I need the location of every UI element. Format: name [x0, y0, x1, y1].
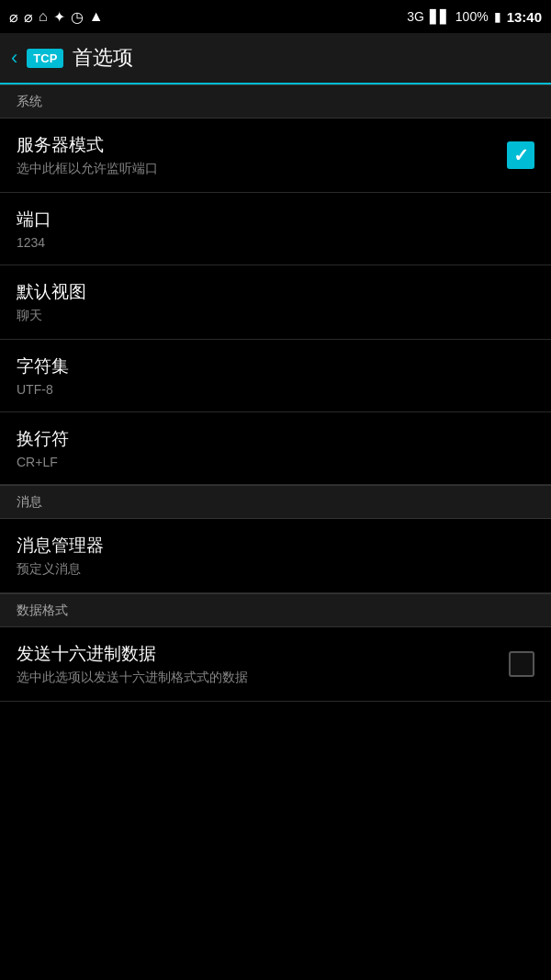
section-header-data-format: 数据格式	[0, 593, 551, 627]
item-text-line-ending: 换行符CR+LF	[17, 427, 534, 469]
section-header-message: 消息	[0, 485, 551, 519]
gamepad-icon: ⌂	[39, 8, 48, 25]
item-text-port: 端口1234	[17, 208, 534, 250]
item-title-message-manager: 消息管理器	[17, 534, 534, 558]
settings-item-port[interactable]: 端口1234	[0, 193, 551, 265]
usb-icon-2: ⌀	[24, 8, 33, 26]
battery-icon: ▮	[494, 9, 501, 24]
status-bar: ⌀ ⌀ ⌂ ✦ ◷ ▲ 3G ▋▋ 100% ▮ 13:40	[0, 0, 551, 33]
item-subtitle-charset: UTF-8	[17, 382, 534, 397]
section-header-system: 系统	[0, 84, 551, 118]
section-label: 消息	[17, 494, 42, 509]
item-text-default-view: 默认视图聊天	[17, 280, 534, 324]
settings-item-send-hex[interactable]: 发送十六进制数据选中此选项以发送十六进制格式式的数据	[0, 627, 551, 702]
tcp-badge: TCP	[27, 49, 63, 68]
settings-item-message-manager[interactable]: 消息管理器预定义消息	[0, 519, 551, 593]
item-title-line-ending: 换行符	[17, 427, 534, 451]
battery-label: 100%	[455, 9, 489, 24]
item-subtitle-line-ending: CR+LF	[17, 455, 534, 469]
settings-item-default-view[interactable]: 默认视图聊天	[0, 265, 551, 340]
item-subtitle-port: 1234	[17, 235, 534, 250]
item-subtitle-server-mode: 选中此框以允许监听端口	[17, 161, 507, 177]
item-text-server-mode: 服务器模式选中此框以允许监听端口	[17, 133, 507, 177]
item-title-port: 端口	[17, 208, 534, 231]
item-title-default-view: 默认视图	[17, 280, 534, 304]
section-label: 系统	[17, 94, 42, 108]
top-bar: ‹ TCP 首选项	[0, 33, 551, 84]
signal-label: 3G	[407, 9, 424, 24]
item-text-charset: 字符集UTF-8	[17, 355, 534, 397]
item-title-server-mode: 服务器模式	[17, 133, 507, 157]
checkbox-checked-server-mode[interactable]	[507, 141, 534, 169]
bluetooth-icon: ✦	[53, 8, 65, 26]
status-icons-left: ⌀ ⌀ ⌂ ✦ ◷ ▲	[9, 8, 104, 26]
signal-bars-icon: ▋▋	[430, 9, 450, 24]
settings-item-line-ending[interactable]: 换行符CR+LF	[0, 412, 551, 485]
page-title: 首选项	[73, 44, 133, 72]
usb-icon-1: ⌀	[9, 8, 18, 26]
settings-container: 系统服务器模式选中此框以允许监听端口端口1234默认视图聊天字符集UTF-8换行…	[0, 84, 551, 702]
checkbox-unchecked-send-hex[interactable]	[509, 651, 534, 677]
item-subtitle-default-view: 聊天	[17, 308, 534, 324]
section-label: 数据格式	[17, 603, 68, 617]
settings-item-server-mode[interactable]: 服务器模式选中此框以允许监听端口	[0, 118, 551, 193]
alarm-icon: ◷	[71, 8, 84, 26]
item-text-send-hex: 发送十六进制数据选中此选项以发送十六进制格式式的数据	[17, 642, 509, 686]
status-icons-right: 3G ▋▋ 100% ▮ 13:40	[407, 9, 542, 25]
time-label: 13:40	[507, 9, 542, 25]
item-title-send-hex: 发送十六进制数据	[17, 642, 509, 666]
item-subtitle-send-hex: 选中此选项以发送十六进制格式式的数据	[17, 670, 509, 686]
wifi-icon: ▲	[89, 8, 104, 25]
item-text-message-manager: 消息管理器预定义消息	[17, 534, 534, 578]
item-subtitle-message-manager: 预定义消息	[17, 561, 534, 578]
settings-item-charset[interactable]: 字符集UTF-8	[0, 340, 551, 412]
item-title-charset: 字符集	[17, 355, 534, 378]
back-button[interactable]: ‹	[11, 46, 17, 70]
